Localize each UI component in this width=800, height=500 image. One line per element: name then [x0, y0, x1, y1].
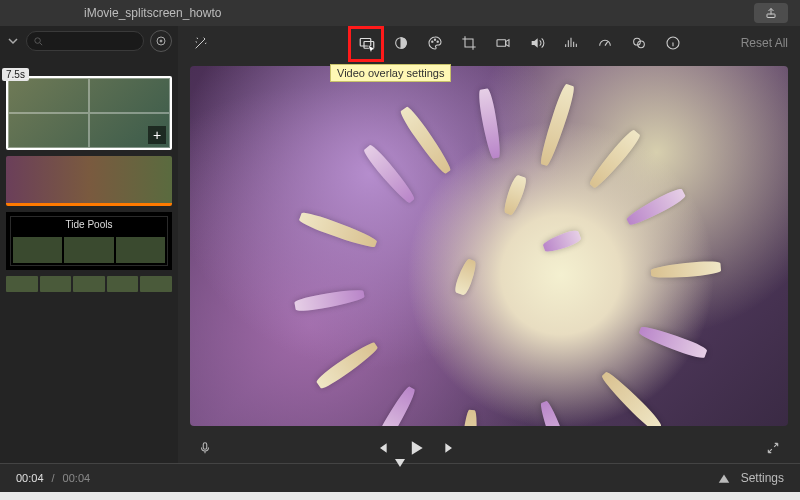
svg-point-9 — [437, 41, 438, 42]
video-overlay-button[interactable] — [356, 32, 378, 54]
timeline-bar: 00:04 / 00:04 Settings — [0, 464, 800, 492]
voiceover-button[interactable] — [194, 437, 216, 459]
time-current: 00:04 — [16, 472, 44, 484]
svg-rect-10 — [497, 40, 506, 47]
tooltip: Video overlay settings — [330, 64, 451, 82]
media-browser: 7.5s + Tide Pools — [0, 56, 178, 464]
fullscreen-button[interactable] — [762, 437, 784, 459]
auto-enhance-button[interactable] — [190, 32, 212, 54]
prev-frame-button[interactable] — [374, 440, 390, 456]
preview-viewer[interactable] — [190, 66, 788, 426]
chevron-down-icon — [8, 36, 18, 46]
titlebar: iMovie_splitscreen_howto — [0, 0, 800, 26]
workspace: 7.5s + Tide Pools — [0, 26, 800, 464]
time-total: 00:04 — [63, 472, 91, 484]
crop-icon — [461, 35, 477, 51]
settings-button[interactable]: Settings — [741, 471, 784, 485]
info-icon — [665, 35, 681, 51]
clip-filter-button[interactable] — [628, 32, 650, 54]
next-frame-button[interactable] — [442, 440, 458, 456]
playhead[interactable] — [394, 458, 406, 468]
search-input[interactable] — [26, 31, 144, 51]
clip-thumbnail[interactable] — [6, 156, 172, 206]
viewer-controls — [178, 432, 800, 464]
circles-icon — [631, 35, 647, 51]
viewer-pane: Reset All Video overlay settings — [178, 26, 800, 464]
reset-all-button[interactable]: Reset All — [741, 36, 788, 50]
zoom-to-fit-icon[interactable] — [717, 471, 731, 485]
svg-point-1 — [35, 37, 41, 43]
speed-button[interactable] — [594, 32, 616, 54]
contrast-icon — [393, 35, 409, 51]
title-template-label: Tide Pools — [66, 219, 113, 230]
sidebar-top-row — [0, 26, 178, 56]
noise-reduction-button[interactable] — [560, 32, 582, 54]
wand-icon — [193, 35, 209, 51]
media-sidebar: 7.5s + Tide Pools — [0, 26, 178, 464]
target-icon — [155, 35, 167, 47]
clip-info-button[interactable] — [662, 32, 684, 54]
svg-point-3 — [160, 40, 162, 42]
content-filter-button[interactable] — [150, 30, 172, 52]
speedometer-icon — [597, 35, 613, 51]
skip-back-icon — [374, 440, 390, 456]
microphone-icon — [198, 441, 212, 455]
svg-rect-14 — [203, 443, 207, 449]
crop-button[interactable] — [458, 32, 480, 54]
color-balance-button[interactable] — [390, 32, 412, 54]
play-button[interactable] — [406, 438, 426, 458]
share-button[interactable] — [754, 3, 788, 23]
play-icon — [406, 438, 426, 458]
svg-point-8 — [434, 39, 435, 40]
camera-icon — [495, 35, 511, 51]
preview-content — [190, 66, 788, 426]
adjustments-toolbar: Reset All Video overlay settings — [178, 26, 800, 60]
playhead-marker-icon — [394, 458, 406, 468]
palette-icon — [427, 35, 443, 51]
imovie-window: iMovie_splitscreen_howto 7.5 — [0, 0, 800, 492]
title-template-thumbnail[interactable]: Tide Pools — [6, 212, 172, 270]
color-correction-button[interactable] — [424, 32, 446, 54]
equalizer-icon — [563, 35, 579, 51]
add-to-timeline-button[interactable]: + — [148, 126, 166, 144]
skip-forward-icon — [442, 440, 458, 456]
volume-button[interactable] — [526, 32, 548, 54]
svg-point-7 — [432, 41, 433, 42]
clip-thumbnail[interactable] — [6, 276, 172, 292]
volume-icon — [529, 35, 545, 51]
svg-rect-0 — [767, 14, 775, 18]
library-dropdown[interactable] — [6, 34, 20, 48]
expand-icon — [766, 441, 780, 455]
share-icon — [765, 7, 777, 19]
project-title: iMovie_splitscreen_howto — [84, 6, 221, 20]
stabilization-button[interactable] — [492, 32, 514, 54]
clip-thumbnail-selected[interactable]: 7.5s + — [6, 76, 172, 150]
search-icon — [33, 36, 44, 47]
cursor-icon — [366, 44, 378, 56]
time-separator: / — [52, 472, 55, 484]
